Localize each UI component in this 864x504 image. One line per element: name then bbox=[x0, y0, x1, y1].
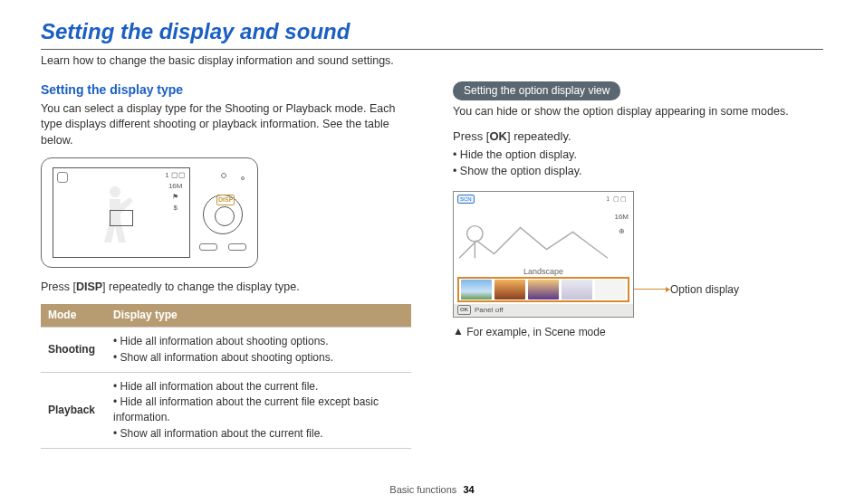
panel-bottom-bar: OK Panel off bbox=[454, 304, 633, 317]
option-view-para: You can hide or show the option display … bbox=[453, 104, 823, 120]
panel-off-label: Panel off bbox=[475, 305, 503, 315]
small-button-right bbox=[228, 243, 246, 251]
right-column: Setting the option display view You can … bbox=[453, 81, 823, 449]
disp-label-on-dpad: DISP bbox=[216, 195, 235, 205]
page-title: Setting the display and sound bbox=[41, 16, 823, 47]
left-column: Setting the display type You can select … bbox=[41, 81, 411, 449]
resolution-icon: 16M bbox=[614, 212, 629, 222]
example-note-text: For example, in Scene mode bbox=[466, 326, 605, 338]
list-item: Hide all information about the current f… bbox=[113, 395, 404, 425]
text: ] repeatedly to change the display type. bbox=[102, 281, 300, 293]
table-row: Shooting Hide all information about shoo… bbox=[41, 327, 411, 372]
text: Press [ bbox=[41, 281, 76, 293]
focus-box-icon bbox=[110, 210, 133, 226]
text: ] repeatedly. bbox=[507, 129, 571, 143]
list-item: Show all information about the current f… bbox=[113, 426, 404, 442]
ok-button-icon: OK bbox=[457, 305, 471, 314]
side-status-icons: 16M ⊕ bbox=[614, 212, 629, 236]
battery-icon: 1 ▢▢ bbox=[165, 172, 186, 179]
scene-thumb bbox=[528, 280, 559, 300]
scene-thumb bbox=[595, 280, 626, 300]
table-type-cell: Hide all information about shooting opti… bbox=[106, 327, 411, 372]
flag-icon: ⚑ bbox=[172, 194, 178, 201]
table-mode-cell: Shooting bbox=[41, 327, 106, 372]
pill-heading-option-view: Setting the option display view bbox=[453, 81, 620, 100]
dollar-icon: $ bbox=[173, 204, 177, 212]
list-item: Hide all information about shooting opti… bbox=[113, 334, 404, 349]
scene-thumb bbox=[461, 280, 492, 300]
footer-page-number: 34 bbox=[463, 484, 474, 495]
page-footer: Basic functions 34 bbox=[0, 483, 864, 497]
display-type-table: Mode Display type Shooting Hide all info… bbox=[41, 304, 411, 449]
camera-illustration: 1 ▢▢ 16M ⚑ $ DISP bbox=[41, 157, 258, 268]
scene-name-label: Landscape bbox=[454, 266, 633, 278]
table-header-type: Display type bbox=[106, 304, 411, 327]
globe-icon: ⊕ bbox=[619, 226, 625, 236]
screen-status-icons: 1 ▢▢ 16M ⚑ $ bbox=[165, 172, 186, 212]
dpad: DISP bbox=[203, 195, 243, 234]
table-header-mode: Mode bbox=[41, 304, 106, 327]
resolution-icon: 16M bbox=[168, 183, 183, 190]
callout-label: Option display bbox=[670, 282, 739, 298]
list-item: Show all information about shooting opti… bbox=[113, 350, 404, 366]
callout-arrow-icon bbox=[634, 289, 667, 290]
list-item: Hide all information about the current f… bbox=[113, 379, 404, 395]
scn-badge-icon: SCN bbox=[457, 195, 475, 204]
svg-point-0 bbox=[110, 186, 120, 197]
ok-bullets: Hide the option display. Show the option… bbox=[453, 147, 823, 180]
scene-thumb bbox=[494, 280, 525, 300]
small-button-left bbox=[199, 243, 217, 251]
option-display-illustration: SCN 1 ▢▢ 16M ⊕ Landscape bbox=[453, 191, 634, 318]
scene-thumb bbox=[562, 280, 592, 300]
table-row: Playback Hide all information about the … bbox=[41, 372, 411, 448]
press-ok-line: Press [OK] repeatedly. bbox=[453, 128, 823, 145]
camera-screen: 1 ▢▢ 16M ⚑ $ bbox=[53, 167, 190, 258]
list-item: Hide the option display. bbox=[453, 147, 823, 164]
triangle-up-icon: ▲ bbox=[453, 324, 464, 339]
example-note: ▲ For example, in Scene mode bbox=[453, 325, 823, 340]
hole-icon bbox=[241, 176, 245, 180]
mode-icon bbox=[57, 172, 68, 183]
camera-buttons: DISP bbox=[197, 167, 248, 258]
display-type-para: You can select a display type for the Sh… bbox=[41, 101, 411, 149]
led-icon bbox=[221, 173, 226, 178]
page-intro: Learn how to change the basic display in… bbox=[41, 53, 823, 70]
text: Press [ bbox=[453, 129, 489, 143]
press-disp-line: Press [DISP] repeatedly to change the di… bbox=[41, 280, 411, 296]
footer-section: Basic functions bbox=[389, 484, 456, 495]
landscape-preview-icon bbox=[459, 214, 608, 268]
title-rule bbox=[41, 49, 823, 50]
subhead-display-type: Setting the display type bbox=[41, 81, 411, 100]
svg-point-1 bbox=[467, 225, 483, 241]
ok-token: OK bbox=[489, 129, 507, 143]
option-display-strip bbox=[457, 277, 629, 302]
table-mode-cell: Playback bbox=[41, 372, 106, 448]
table-type-cell: Hide all information about the current f… bbox=[106, 372, 411, 448]
disp-token: DISP bbox=[76, 281, 102, 293]
battery-icon: 1 ▢▢ bbox=[606, 195, 628, 204]
list-item: Show the option display. bbox=[453, 164, 823, 180]
